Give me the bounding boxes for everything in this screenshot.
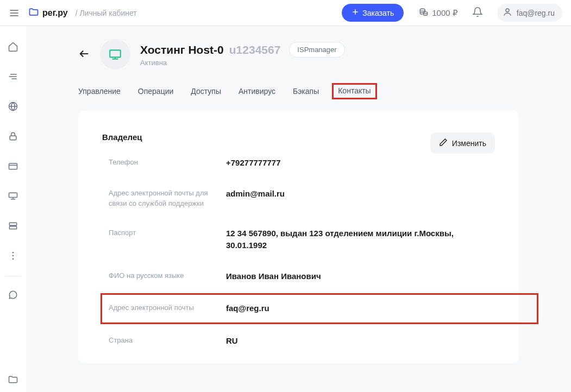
svg-rect-19 [9,223,16,225]
field-fullname: ФИО на русском языке Иванов Иван Иванови… [102,270,495,283]
balance-widget[interactable]: 1000 ₽ [419,7,458,18]
user-email: faq@reg.ru [517,9,555,17]
svg-rect-13 [10,136,16,140]
folder-icon [28,7,39,19]
field-value: Иванов Иван Иванович [226,270,321,283]
service-id: u1234567 [229,43,281,56]
owner-card: Владелец Изменить Телефон +79277777777 А… [78,111,519,363]
tab-contacts[interactable]: Контакты [332,83,377,99]
field-label: Паспорт [102,227,226,238]
field-phone: Телефон +79277777777 [102,157,495,169]
order-label: Заказать [362,9,394,17]
svg-rect-16 [9,193,17,197]
field-support-email: Адрес электронной почты для связи со слу… [102,188,495,209]
tab-operations[interactable]: Операции [138,85,174,98]
order-button[interactable]: Заказать [342,4,404,22]
bell-icon[interactable] [472,7,483,19]
page-header: Хостинг Host-0 u1234567 ISPmanager Актив… [26,26,571,98]
sidebar [0,26,26,392]
field-label: Страна [102,335,226,346]
globe-icon[interactable] [8,101,18,113]
list-icon[interactable] [8,71,18,84]
field-value: 12 34 567890, выдан 123 отделением милиц… [226,227,454,252]
logo[interactable]: рег.ру [28,7,68,19]
content-area: Хостинг Host-0 u1234567 ISPmanager Актив… [26,26,571,392]
chat-icon[interactable] [8,289,18,302]
field-value: admin@mail.ru [226,188,285,200]
field-value: faq@reg.ru [226,302,269,315]
coins-icon [419,7,429,18]
page-title: Хостинг Host-0 [140,43,224,56]
field-label: Адрес электронной почты [102,302,226,313]
field-value: RU [226,335,238,347]
pencil-icon [439,138,448,148]
more-icon[interactable] [8,250,18,263]
logo-text: рег.ру [42,8,68,18]
plus-icon [352,8,359,17]
folder-sidebar-icon[interactable] [8,374,18,387]
field-passport: Паспорт 12 34 567890, выдан 123 отделени… [102,227,495,252]
tabs: Управление Операции Доступы Антивирус Бэ… [78,85,571,98]
field-label: Телефон [102,157,226,168]
home-icon[interactable] [8,41,18,54]
svg-point-23 [12,258,14,260]
sidebar-divider [5,276,21,276]
back-arrow-icon[interactable] [78,48,90,61]
field-email: Адрес электронной почты faq@reg.ru [101,293,538,324]
isp-badge[interactable]: ISPmanager [289,42,344,58]
svg-point-5 [420,9,425,11]
svg-point-21 [12,252,14,254]
tab-antivirus[interactable]: Антивирус [239,85,275,98]
svg-rect-14 [9,163,17,169]
svg-rect-25 [110,50,121,57]
lock-icon[interactable] [8,131,18,143]
svg-rect-20 [9,226,16,229]
balance-amount: 1000 ₽ [432,8,458,18]
tab-manage[interactable]: Управление [78,85,121,98]
card-icon[interactable] [8,161,18,173]
tab-access[interactable]: Доступы [191,85,221,98]
field-country: Страна RU [102,335,495,347]
field-value: +79277777777 [226,157,281,169]
service-badge [100,39,130,69]
edit-label: Изменить [452,139,486,148]
user-icon [503,7,512,18]
user-menu[interactable]: faq@reg.ru [497,4,562,22]
field-label: Адрес электронной почты для связи со слу… [102,188,226,209]
tab-backups[interactable]: Бэкапы [293,85,319,98]
stack-icon[interactable] [8,220,18,233]
menu-icon[interactable] [9,8,20,18]
status-text: Активна [140,59,345,67]
breadcrumb[interactable]: / Личный кабинет [76,9,137,17]
server-icon[interactable] [8,191,18,203]
svg-point-7 [506,9,509,12]
top-header: рег.ру / Личный кабинет Заказать 1000 ₽ … [0,0,571,26]
svg-point-22 [12,255,14,257]
field-label: ФИО на русском языке [102,270,226,281]
edit-button[interactable]: Изменить [430,132,495,154]
